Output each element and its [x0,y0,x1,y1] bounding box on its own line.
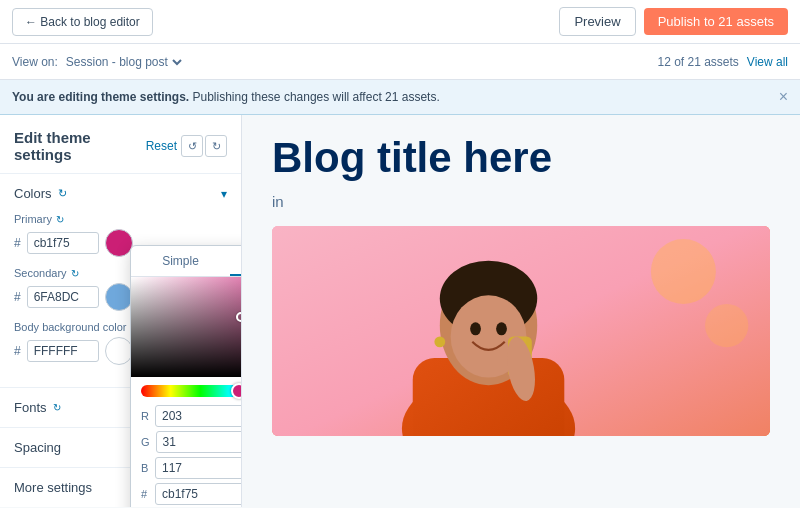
hex-input-row: # [141,483,242,505]
body-bg-hash: # [14,344,21,358]
hex-picker-input[interactable] [155,483,242,505]
primary-hex-input[interactable] [27,232,99,254]
notification-bar: You are editing theme settings. Publishi… [0,80,800,115]
session-select[interactable]: Session - blog post [62,54,185,70]
hue-slider[interactable] [141,385,242,397]
svg-point-12 [705,304,748,347]
primary-hash: # [14,236,21,250]
r-input[interactable] [155,405,242,427]
g-label: G [141,436,150,448]
secondary-color-swatch[interactable] [105,283,133,311]
r-label: R [141,410,149,422]
top-bar-right: Preview Publish to 21 assets [559,7,788,36]
svg-point-6 [470,323,481,336]
g-input-row: G [141,431,242,453]
view-on-control: View on: Session - blog post [12,54,185,70]
r-input-row: R [141,405,242,427]
undo-button[interactable]: ↺ [181,135,203,157]
assets-info: 12 of 21 assets View all [657,55,788,69]
spacing-section-title: Spacing [14,440,61,455]
assets-count: 12 of 21 assets [657,55,738,69]
right-content: Blog title here in [242,115,800,507]
svg-point-10 [434,337,445,348]
view-all-link[interactable]: View all [747,55,788,69]
secondary-refresh-icon: ↻ [71,268,79,279]
more-settings-title: More settings [14,480,92,495]
fonts-refresh-icon: ↻ [53,402,61,413]
hash-label: # [141,488,149,500]
publish-button[interactable]: Publish to 21 assets [644,8,788,35]
g-input[interactable] [156,431,242,453]
person-svg [272,226,770,436]
redo-button[interactable]: ↻ [205,135,227,157]
picker-inputs: R G B # [131,397,242,505]
second-bar: View on: Session - blog post 12 of 21 as… [0,44,800,80]
left-panel: Edit theme settings Reset ↺ ↻ Colors ↻ ▾ [0,115,242,507]
panel-header: Edit theme settings Reset ↺ ↻ [0,115,241,174]
main-layout: Edit theme settings Reset ↺ ↻ Colors ↻ ▾ [0,115,800,507]
picker-tabs: Simple Advanced [131,246,242,277]
notification-close-button[interactable]: × [779,88,788,106]
blog-subtitle: in [272,193,770,210]
hue-thumb [231,383,242,399]
body-bg-color-swatch[interactable] [105,337,133,365]
notification-body: Publishing these changes will affect 21 … [192,90,439,104]
fonts-section-title: Fonts ↻ [14,400,61,415]
blog-title: Blog title here [272,135,770,181]
view-on-label: View on: [12,55,58,69]
reset-area: Reset ↺ ↻ [146,135,227,157]
primary-refresh-icon: ↻ [56,214,64,225]
colors-chevron-icon: ▾ [221,187,227,201]
b-input-row: B [141,457,242,479]
colors-section-title: Colors ↻ [14,186,67,201]
back-to-editor-button[interactable]: ← Back to blog editor [12,8,153,36]
svg-point-7 [496,323,507,336]
undo-redo-controls: ↺ ↻ [181,135,227,157]
color-picker-popup: Simple Advanced R G [130,245,242,507]
blog-image [272,226,770,436]
top-bar: ← Back to blog editor Preview Publish to… [0,0,800,44]
primary-color-label: Primary ↻ [14,213,227,225]
preview-button[interactable]: Preview [559,7,635,36]
advanced-tab[interactable]: Advanced [230,246,242,276]
colors-refresh-icon: ↻ [58,187,67,200]
secondary-hex-input[interactable] [27,286,99,308]
notification-bold: You are editing theme settings. [12,90,189,104]
secondary-hash: # [14,290,21,304]
body-bg-hex-input[interactable] [27,340,99,362]
simple-tab[interactable]: Simple [131,246,230,276]
reset-button[interactable]: Reset [146,139,177,153]
notification-text: You are editing theme settings. Publishi… [12,90,440,104]
color-gradient[interactable] [131,277,242,377]
hue-slider-container [131,377,242,397]
person-image [272,226,770,436]
primary-color-swatch[interactable] [105,229,133,257]
colors-section-header[interactable]: Colors ↻ ▾ [0,174,241,213]
b-label: B [141,462,149,474]
svg-point-11 [651,239,716,304]
b-input[interactable] [155,457,242,479]
panel-title: Edit theme settings [14,129,146,163]
blog-preview: Blog title here in [242,115,800,456]
